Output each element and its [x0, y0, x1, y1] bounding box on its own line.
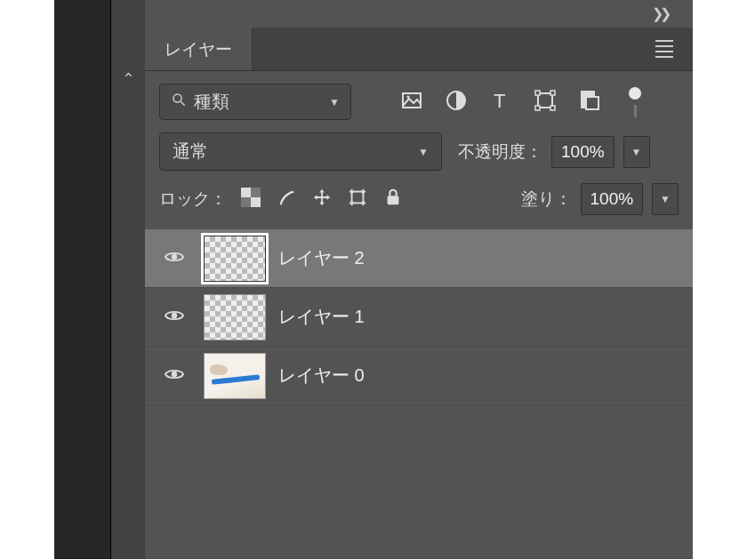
filter-type-label: 種類	[194, 90, 329, 114]
panel-menu-icon[interactable]	[655, 28, 693, 70]
filter-adjustment-icon[interactable]	[446, 90, 467, 115]
toggle-track-icon	[634, 105, 637, 117]
panel-tab-bar: レイヤー	[145, 28, 693, 71]
filter-row: 種類 ▼ T	[145, 71, 693, 132]
blend-mode-dropdown[interactable]: 通常 ▼	[159, 132, 442, 171]
lock-all-icon[interactable]	[383, 188, 403, 211]
opacity-label: 不透明度：	[458, 140, 542, 164]
visibility-toggle[interactable]	[157, 367, 191, 385]
chevron-up-icon[interactable]: ⌃	[122, 69, 135, 89]
layer-name[interactable]: レイヤー 0	[278, 364, 365, 388]
lock-fill-row: ロック： 塗り： 100%	[145, 183, 693, 229]
collapse-panels-icon[interactable]: ❯❯	[652, 5, 668, 22]
svg-point-0	[173, 94, 181, 102]
layer-thumbnail[interactable]	[204, 294, 266, 340]
layer-thumbnail[interactable]	[204, 236, 266, 282]
svg-text:T: T	[494, 90, 505, 111]
layer-thumbnail[interactable]	[204, 353, 266, 399]
svg-point-28	[172, 312, 177, 317]
layer-name[interactable]: レイヤー 1	[278, 305, 365, 329]
layer-row[interactable]: レイヤー 1	[145, 288, 693, 347]
svg-rect-10	[550, 106, 555, 110]
filter-type-layer-icon[interactable]: T	[490, 90, 511, 115]
chevron-down-icon: ▼	[418, 146, 429, 158]
svg-point-29	[172, 371, 177, 376]
tab-layers[interactable]: レイヤー	[145, 28, 253, 70]
blend-mode-label: 通常	[173, 140, 418, 164]
visibility-toggle[interactable]	[157, 308, 191, 326]
svg-point-3	[406, 95, 409, 98]
blend-opacity-row: 通常 ▼ 不透明度： 100% ▼	[145, 132, 693, 183]
svg-rect-26	[388, 196, 399, 204]
lock-label: ロック：	[159, 188, 227, 211]
visibility-toggle[interactable]	[157, 250, 191, 268]
svg-rect-7	[535, 91, 540, 95]
chevron-down-icon: ▼	[329, 96, 340, 108]
filter-image-icon[interactable]	[401, 90, 422, 115]
opacity-value[interactable]: 100%	[551, 136, 614, 168]
svg-rect-12	[586, 97, 598, 109]
svg-line-1	[181, 101, 185, 106]
lock-pixels-icon[interactable]	[277, 188, 296, 211]
svg-rect-14	[251, 197, 261, 207]
svg-point-27	[172, 253, 177, 259]
svg-rect-13	[241, 188, 251, 197]
tab-label: レイヤー	[165, 40, 232, 59]
fill-label: 塗り：	[521, 188, 572, 211]
filter-shape-icon[interactable]	[534, 90, 556, 115]
svg-rect-17	[352, 192, 364, 204]
lock-artboard-icon[interactable]	[348, 188, 367, 211]
opacity-dropdown-button[interactable]: ▼	[623, 136, 650, 168]
lock-transparency-icon[interactable]	[241, 188, 261, 211]
toggle-knob-icon	[629, 87, 641, 100]
svg-rect-9	[535, 106, 540, 110]
lock-position-icon[interactable]	[312, 188, 332, 211]
layer-row[interactable]: レイヤー 0	[145, 347, 693, 405]
fill-dropdown-button[interactable]: ▼	[652, 183, 679, 215]
canvas-edge	[54, 0, 111, 559]
layer-row[interactable]: レイヤー 2	[145, 229, 693, 288]
filter-type-dropdown[interactable]: 種類 ▼	[159, 84, 351, 120]
svg-rect-16	[241, 197, 251, 207]
svg-rect-8	[550, 91, 555, 95]
layer-list: レイヤー 2 レイヤー 1 レイヤー 0	[145, 229, 693, 405]
layer-name[interactable]: レイヤー 2	[278, 246, 365, 270]
layers-panel: レイヤー 種類 ▼ T	[145, 28, 693, 559]
filter-toggle[interactable]	[629, 87, 641, 117]
svg-rect-15	[251, 188, 261, 197]
search-icon	[171, 92, 187, 112]
fill-value[interactable]: 100%	[581, 183, 644, 215]
filter-smartobject-icon[interactable]	[579, 90, 600, 115]
